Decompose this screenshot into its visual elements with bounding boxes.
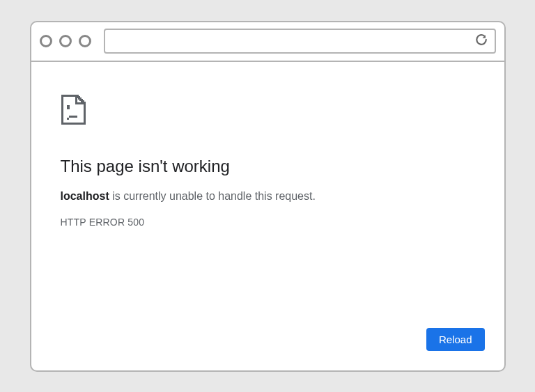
error-message: localhost is currently unable to handle … <box>61 190 475 203</box>
address-bar[interactable] <box>104 29 496 54</box>
error-page-content: This page isn't working localhost is cur… <box>31 62 504 370</box>
reload-button[interactable]: Reload <box>426 328 485 351</box>
error-heading: This page isn't working <box>61 157 475 176</box>
error-actions: Reload <box>426 328 485 351</box>
browser-window: This page isn't working localhost is cur… <box>30 21 506 372</box>
error-code: HTTP ERROR 500 <box>61 217 475 228</box>
window-control-minimize[interactable] <box>59 35 72 47</box>
svg-rect-0 <box>67 105 70 109</box>
browser-toolbar <box>31 22 504 62</box>
svg-rect-1 <box>69 116 77 118</box>
reload-icon[interactable] <box>475 33 488 49</box>
window-control-zoom[interactable] <box>79 35 91 47</box>
error-message-tail: is currently unable to handle this reque… <box>109 190 316 202</box>
error-host: localhost <box>61 190 109 202</box>
window-control-close[interactable] <box>40 35 52 47</box>
svg-rect-2 <box>67 118 69 120</box>
sad-page-icon <box>61 94 475 127</box>
